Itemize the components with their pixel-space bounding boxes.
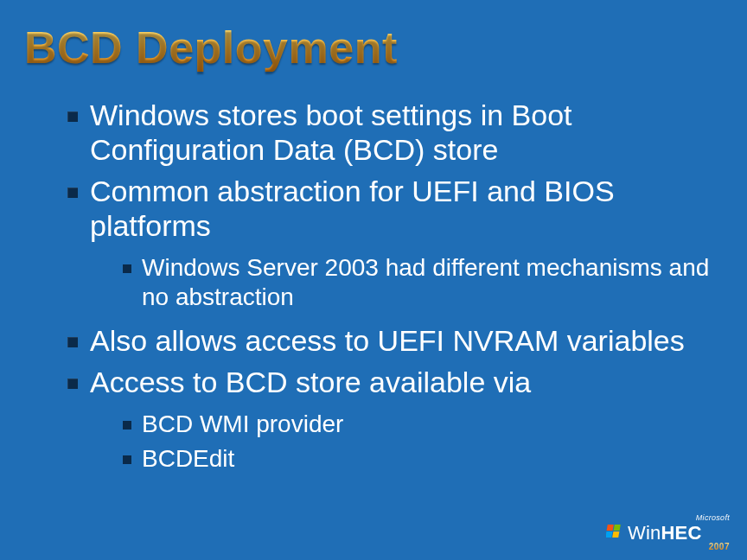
sub-bullet-item: BCD WMI provider [123,410,723,439]
bullet-list-level2: BCD WMI provider BCDEdit [90,410,723,473]
year-text: 2007 [709,542,730,551]
slide: BCD Deployment Windows stores boot setti… [0,0,747,560]
bullet-text: Access to BCD store available via [90,366,531,398]
bullet-item: Access to BCD store available via BCD WM… [67,365,723,473]
company-name: Microsoft [696,513,730,522]
winhec-brand: WinHEC [606,522,702,544]
svg-rect-0 [607,525,614,531]
slide-title: BCD Deployment [24,24,723,72]
bullet-text: Common abstraction for UEFI and BIOS pla… [90,175,615,242]
bullet-item: Also allows access to UEFI NVRAM variabl… [67,323,723,358]
bullet-text: Also allows access to UEFI NVRAM variabl… [90,324,685,357]
sub-bullet-item: BCDEdit [123,444,723,474]
svg-rect-1 [614,525,621,531]
sub-bullet-item: Windows Server 2003 had different mechan… [123,253,723,311]
svg-rect-3 [612,531,619,538]
brand-text: WinHEC [628,522,702,544]
brand-thin: Win [628,522,661,544]
bullet-item: Windows stores boot settings in Boot Con… [67,98,723,167]
bullet-list-level1: Windows stores boot settings in Boot Con… [24,98,723,474]
bullet-item: Common abstraction for UEFI and BIOS pla… [67,174,723,311]
bullet-list-level2: Windows Server 2003 had different mechan… [90,253,723,311]
windows-flag-icon [606,524,623,543]
footer-logo: Microsoft WinHEC 2007 [606,513,731,551]
bullet-text: BCD WMI provider [142,410,343,437]
bullet-text: Windows stores boot settings in Boot Con… [90,99,572,166]
bullet-text: BCDEdit [142,445,234,472]
bullet-text: Windows Server 2003 had different mechan… [142,254,709,310]
svg-rect-2 [606,531,612,538]
brand-bold: HEC [661,522,702,544]
